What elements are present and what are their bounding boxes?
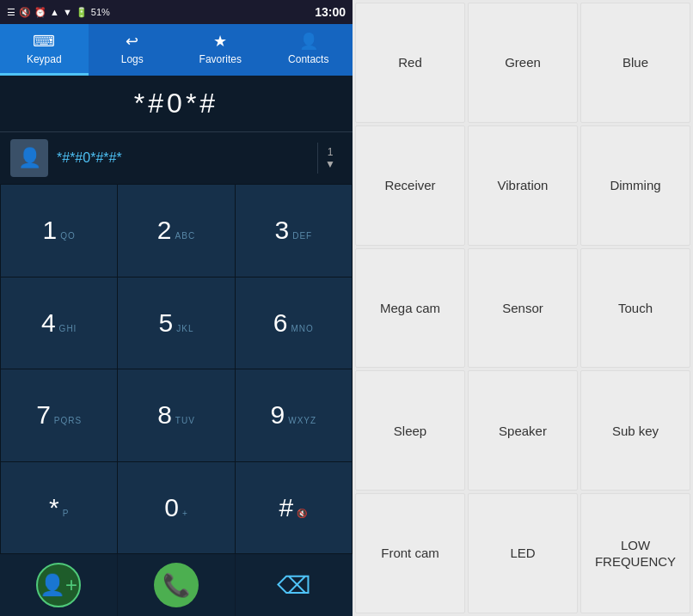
menu-item-green[interactable]: Green <box>468 3 578 123</box>
key-6-sub: MNO <box>291 324 313 333</box>
chevron-down-icon: ▼ <box>325 158 335 170</box>
menu-item-sleep-label: Sleep <box>394 423 426 440</box>
key-0-sub: + <box>182 509 188 518</box>
tab-bar: ⌨ Keypad ↩ Logs ★ Favorites 👤 Contacts <box>0 24 353 76</box>
key-6-main: 6 <box>273 308 288 338</box>
avatar: 👤 <box>10 139 48 177</box>
menu-item-touch-label: Touch <box>618 300 653 317</box>
key-1-button[interactable]: 1QO <box>1 185 117 277</box>
key-*-sub: P <box>63 509 70 518</box>
menu-item-megacam[interactable]: Mega cam <box>355 248 465 369</box>
menu-item-dimming-label: Dimming <box>610 177 660 194</box>
key-#-button[interactable]: #🔇 <box>236 462 352 554</box>
logs-icon: ↩ <box>126 32 138 51</box>
menu-item-red-label: Red <box>398 54 422 71</box>
tab-keypad-label: Keypad <box>27 53 62 65</box>
menu-item-blue-label: Blue <box>622 54 648 71</box>
menu-item-touch[interactable]: Touch <box>580 248 690 369</box>
dialed-number: *#0*# <box>14 88 339 119</box>
wifi-icon: ▼ <box>63 7 72 17</box>
menu-item-megacam-label: Mega cam <box>380 300 440 317</box>
signal-icon: ▲ <box>50 7 59 17</box>
menu-item-lowfreq-label: LOW FREQUENCY <box>595 537 676 570</box>
favorites-icon: ★ <box>213 32 227 51</box>
menu-item-sensor[interactable]: Sensor <box>468 248 578 369</box>
key-5-sub: JKL <box>176 324 193 333</box>
menu-item-speaker-label: Speaker <box>499 423 547 440</box>
key-*-main: * <box>49 493 59 522</box>
key-1-main: 1 <box>43 216 58 245</box>
keypad-icon: ⌨ <box>33 32 55 51</box>
menu-item-green-label: Green <box>505 54 541 71</box>
key-8-button[interactable]: 8TUV <box>118 369 234 461</box>
backspace-icon: ⌫ <box>277 571 311 600</box>
tab-favorites[interactable]: ★ Favorites <box>176 24 265 76</box>
battery-icon: 🔋 <box>76 7 88 18</box>
key-7-button[interactable]: 7PQRS <box>1 369 117 461</box>
key-#-sub: 🔇 <box>297 509 308 518</box>
key-4-sub: GHI <box>59 324 77 333</box>
menu-item-blue[interactable]: Blue <box>580 3 690 123</box>
keypad-grid: 1QO2ABC3DEF4GHI5JKL6MNO7PQRS8TUV9WXYZ*P0… <box>0 184 353 554</box>
contacts-tab-icon: 👤 <box>299 32 318 51</box>
status-time: 13:00 <box>315 5 346 19</box>
menu-item-led-label: LED <box>510 545 535 562</box>
key-*-button[interactable]: *P <box>1 462 117 554</box>
menu-item-receiver[interactable]: Receiver <box>355 125 465 246</box>
key-0-main: 0 <box>164 493 179 522</box>
key-3-button[interactable]: 3DEF <box>236 185 352 277</box>
status-bar: ☰ 🔇 ⏰ ▲ ▼ 🔋 51% 13:00 <box>0 0 353 24</box>
menu-item-led[interactable]: LED <box>468 493 578 613</box>
tab-logs-label: Logs <box>121 53 144 65</box>
contact-add-icon: 👤+ <box>36 563 81 607</box>
key-2-button[interactable]: 2ABC <box>118 185 234 277</box>
menu-panel: RedGreenBlueReceiverVibrationDimmingMega… <box>353 0 693 616</box>
notification-icon: ☰ <box>7 7 15 18</box>
menu-item-vibration-label: Vibration <box>498 177 549 194</box>
menu-item-speaker[interactable]: Speaker <box>468 370 578 491</box>
key-8-main: 8 <box>157 400 172 430</box>
menu-item-frontcam-label: Front cam <box>381 545 439 562</box>
battery-percent: 51% <box>91 7 110 17</box>
call-icon: 📞 <box>154 563 199 607</box>
tab-logs[interactable]: ↩ Logs <box>89 24 177 76</box>
key-9-sub: WXYZ <box>288 416 316 425</box>
alarm-icon: ⏰ <box>34 7 46 18</box>
call-button[interactable]: 📞 <box>118 554 235 616</box>
key-9-main: 9 <box>271 400 285 430</box>
menu-item-subkey-label: Sub key <box>612 423 659 440</box>
add-contact-button[interactable]: 👤+ <box>0 554 117 616</box>
tab-contacts[interactable]: 👤 Contacts <box>265 24 353 76</box>
menu-item-lowfreq[interactable]: LOW FREQUENCY <box>580 493 690 613</box>
tab-keypad[interactable]: ⌨ Keypad <box>0 24 89 76</box>
action-bar: 👤+ 📞 ⌫ <box>0 554 353 616</box>
key-2-main: 2 <box>157 216 172 245</box>
contact-number-text: *#*#0*#*#* <box>57 150 309 166</box>
key-0-button[interactable]: 0+ <box>118 462 234 554</box>
key-9-button[interactable]: 9WXYZ <box>236 369 352 461</box>
delete-button[interactable]: ⌫ <box>236 554 353 616</box>
menu-item-dimming[interactable]: Dimming <box>580 125 690 246</box>
menu-item-subkey[interactable]: Sub key <box>580 370 690 491</box>
key-5-main: 5 <box>159 308 174 338</box>
key-3-sub: DEF <box>292 231 312 241</box>
key-7-main: 7 <box>36 400 51 430</box>
status-icons: ☰ 🔇 ⏰ ▲ ▼ 🔋 51% <box>7 7 110 18</box>
key-#-main: # <box>279 493 293 522</box>
menu-item-receiver-label: Receiver <box>384 177 435 194</box>
dropdown-arrow[interactable]: 1 ▼ <box>317 143 342 174</box>
dialed-display: *#0*# <box>0 76 353 131</box>
key-4-button[interactable]: 4GHI <box>1 278 117 369</box>
key-6-button[interactable]: 6MNO <box>236 278 352 369</box>
key-4-main: 4 <box>41 308 56 338</box>
menu-item-frontcam[interactable]: Front cam <box>355 493 465 613</box>
key-5-button[interactable]: 5JKL <box>118 278 234 369</box>
mute-icon: 🔇 <box>19 7 31 18</box>
key-1-sub: QO <box>60 231 76 241</box>
contact-number-span: *#*#0*#*#* <box>57 150 122 165</box>
menu-item-sensor-label: Sensor <box>502 300 543 317</box>
menu-item-sleep[interactable]: Sleep <box>355 370 465 491</box>
tab-favorites-label: Favorites <box>199 53 242 65</box>
menu-item-red[interactable]: Red <box>355 3 465 123</box>
menu-item-vibration[interactable]: Vibration <box>468 125 578 246</box>
